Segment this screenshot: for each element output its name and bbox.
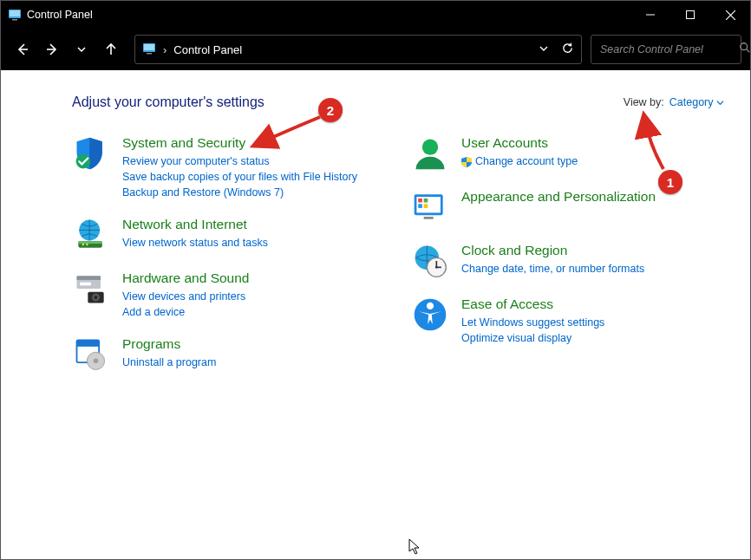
category-programs: Programs Uninstall a program xyxy=(72,335,385,374)
category-title[interactable]: Hardware and Sound xyxy=(122,270,250,287)
view-by-dropdown[interactable]: Category xyxy=(669,96,724,108)
category-system-and-security: System and Security Review your computer… xyxy=(72,134,385,200)
category-title[interactable]: Programs xyxy=(122,335,216,353)
category-title[interactable]: Appearance and Personalization xyxy=(461,188,656,205)
svg-line-14 xyxy=(747,49,750,53)
category-clock-and-region: Clock and Region Change date, time, or n… xyxy=(411,242,724,280)
titlebar-left: Control Panel xyxy=(8,8,93,22)
navbar: › Control Panel xyxy=(1,29,750,70)
maximize-button[interactable] xyxy=(670,1,710,29)
svg-rect-23 xyxy=(80,283,91,286)
svg-point-44 xyxy=(435,266,438,269)
svg-rect-4 xyxy=(687,11,695,19)
category-user-accounts: User Accounts Change account type xyxy=(411,134,724,173)
search-input[interactable] xyxy=(598,42,739,56)
refresh-button[interactable] xyxy=(561,42,574,57)
category-title[interactable]: Ease of Access xyxy=(461,296,604,313)
category-hardware-and-sound: Hardware and Sound View devices and prin… xyxy=(72,270,385,320)
category-link[interactable]: View devices and printers xyxy=(122,289,250,304)
svg-rect-38 xyxy=(424,204,428,208)
category-link[interactable]: View network status and tasks xyxy=(122,235,268,251)
category-link[interactable]: Optimize visual display xyxy=(461,330,604,346)
category-link[interactable]: Review your computer's status xyxy=(122,153,357,169)
minimize-button[interactable] xyxy=(630,1,670,29)
recent-locations-button[interactable] xyxy=(69,36,95,62)
window: Control Panel › Control Panel xyxy=(0,0,751,560)
system-and-security-icon xyxy=(72,134,110,173)
category-columns: System and Security Review your computer… xyxy=(72,134,724,389)
user-accounts-icon xyxy=(411,134,449,173)
clock-and-region-icon xyxy=(411,242,449,280)
category-link[interactable]: Change date, time, or number formats xyxy=(461,261,644,277)
window-controls xyxy=(630,1,750,29)
svg-point-26 xyxy=(95,296,98,299)
svg-point-15 xyxy=(76,154,91,169)
titlebar: Control Panel xyxy=(1,1,750,29)
network-and-internet-icon xyxy=(72,216,110,254)
ease-of-access-icon xyxy=(411,296,449,334)
left-column: System and Security Review your computer… xyxy=(72,134,385,389)
svg-point-19 xyxy=(82,244,84,245)
svg-rect-11 xyxy=(144,44,154,50)
category-link[interactable]: Change account type xyxy=(461,153,578,169)
search-box[interactable] xyxy=(591,35,741,64)
address-dropdown-button[interactable] xyxy=(539,43,549,56)
category-link[interactable]: Add a device xyxy=(122,304,250,320)
category-title[interactable]: User Accounts xyxy=(461,134,578,152)
page-heading: Adjust your computer's settings xyxy=(72,94,264,110)
svg-rect-35 xyxy=(418,199,422,203)
annotation-badge-1: 1 xyxy=(658,170,682,194)
svg-point-32 xyxy=(422,140,438,155)
svg-point-31 xyxy=(94,359,99,364)
category-title[interactable]: System and Security xyxy=(122,134,357,152)
breadcrumb-separator: › xyxy=(163,43,167,56)
svg-rect-37 xyxy=(418,204,422,208)
category-ease-of-access: Ease of Access Let Windows suggest setti… xyxy=(411,296,724,346)
svg-point-46 xyxy=(427,303,434,309)
category-link[interactable]: Uninstall a program xyxy=(122,355,216,370)
category-title[interactable]: Network and Internet xyxy=(122,216,268,233)
svg-rect-1 xyxy=(10,10,20,16)
hardware-and-sound-icon xyxy=(72,270,110,308)
view-by-value: Category xyxy=(669,96,714,108)
svg-rect-36 xyxy=(424,199,428,203)
svg-rect-18 xyxy=(78,241,101,244)
svg-rect-22 xyxy=(77,276,101,280)
svg-point-13 xyxy=(741,43,748,50)
content-area: Adjust your computer's settings View by:… xyxy=(1,70,750,559)
category-link[interactable]: Let Windows suggest settings xyxy=(461,315,604,330)
category-network-and-internet: Network and Internet View network status… xyxy=(72,216,385,254)
address-bar[interactable]: › Control Panel xyxy=(134,35,582,64)
annotation-badge-2: 2 xyxy=(318,98,343,122)
up-button[interactable] xyxy=(98,36,124,62)
category-appearance-and-personalization: Appearance and Personalization xyxy=(411,188,724,226)
svg-rect-12 xyxy=(147,53,152,55)
svg-rect-2 xyxy=(12,19,17,21)
programs-icon xyxy=(72,335,110,374)
window-title: Control Panel xyxy=(27,9,93,21)
close-button[interactable] xyxy=(710,1,750,29)
category-link[interactable]: Backup and Restore (Windows 7) xyxy=(122,185,357,200)
mouse-cursor-icon xyxy=(408,538,422,559)
svg-rect-28 xyxy=(77,341,100,347)
category-link[interactable]: Save backup copies of your files with Fi… xyxy=(122,169,357,185)
svg-point-20 xyxy=(86,244,88,245)
control-panel-icon xyxy=(142,42,156,58)
category-title[interactable]: Clock and Region xyxy=(461,242,644,259)
forward-button[interactable] xyxy=(39,36,65,62)
view-by: View by: Category xyxy=(624,96,724,108)
search-icon[interactable] xyxy=(739,42,751,57)
uac-shield-icon xyxy=(461,156,472,166)
back-button[interactable] xyxy=(10,36,36,62)
svg-rect-39 xyxy=(424,217,434,219)
category-link-text: Change account type xyxy=(475,153,578,169)
breadcrumb-location[interactable]: Control Panel xyxy=(173,43,242,56)
appearance-and-personalization-icon xyxy=(411,188,449,226)
control-panel-icon xyxy=(8,8,22,22)
view-by-label: View by: xyxy=(624,96,664,108)
